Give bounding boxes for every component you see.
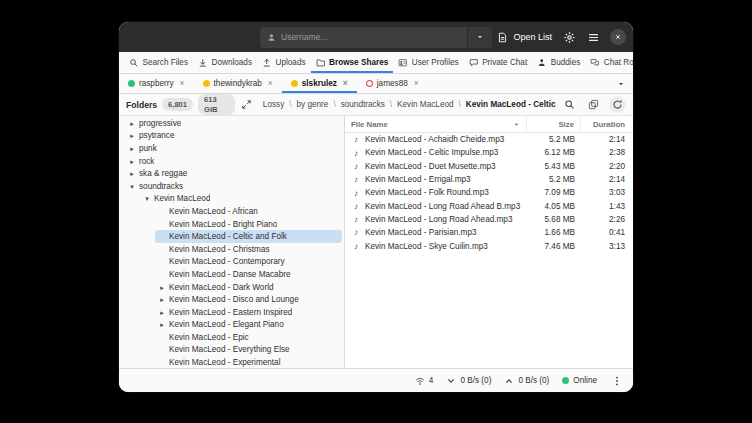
tree-item[interactable]: ▸progressive bbox=[125, 117, 342, 130]
tab-list-button[interactable] bbox=[609, 74, 633, 93]
close-tab-icon[interactable]: × bbox=[180, 79, 185, 88]
folder-actions bbox=[561, 96, 626, 113]
tree-item[interactable]: ▸rock bbox=[125, 155, 342, 168]
upload-rate-indicator[interactable]: 0 B/s (0) bbox=[504, 376, 549, 386]
tree-item[interactable]: Kevin MacLeod - Celtic and Folk bbox=[155, 230, 342, 243]
tab-browse-shares[interactable]: Browse Shares bbox=[311, 52, 394, 73]
tree-item[interactable]: Kevin MacLeod - Christmas bbox=[155, 243, 342, 256]
expander-open-icon[interactable]: ▾ bbox=[125, 183, 139, 190]
user-tab-slskrulez[interactable]: slskrulez× bbox=[282, 74, 357, 93]
close-tab-icon[interactable]: × bbox=[268, 79, 273, 88]
column-header-size[interactable]: Size bbox=[527, 116, 581, 132]
column-header-file-name[interactable]: File Name bbox=[345, 116, 527, 132]
connections-indicator[interactable]: 4 bbox=[415, 376, 434, 386]
tab-search-files[interactable]: Search Files bbox=[124, 52, 193, 73]
preferences-button[interactable] bbox=[562, 30, 576, 44]
tree-item-label: punk bbox=[139, 144, 157, 153]
file-duration: 3:13 bbox=[581, 242, 633, 251]
file-size: 5.2 MB bbox=[527, 175, 581, 184]
file-name: Kevin MacLeod - Parisian.mp3 bbox=[362, 228, 527, 237]
expander-closed-icon[interactable]: ▸ bbox=[125, 145, 139, 152]
breadcrumb-item[interactable]: Lossy bbox=[263, 100, 284, 109]
tree-item[interactable]: Kevin MacLeod - Experimental bbox=[155, 356, 342, 368]
file-duration: 0:41 bbox=[581, 228, 633, 237]
open-list-button[interactable]: Open List bbox=[497, 32, 552, 43]
user-tab-raspberry[interactable]: raspberry× bbox=[119, 74, 194, 93]
file-row[interactable]: ♪Kevin MacLeod - Celtic Impulse.mp36.12 … bbox=[345, 146, 633, 159]
tree-item[interactable]: Kevin MacLeod - African bbox=[155, 205, 342, 218]
refresh-button[interactable] bbox=[609, 96, 626, 113]
expander-closed-icon[interactable]: ▸ bbox=[125, 170, 139, 177]
close-tab-icon[interactable]: × bbox=[414, 79, 419, 88]
close-button[interactable] bbox=[610, 29, 626, 45]
main-tab-bar: Search FilesDownloadsUploadsBrowse Share… bbox=[119, 52, 633, 74]
expander-closed-icon[interactable]: ▸ bbox=[155, 284, 169, 291]
tree-item-label: Kevin MacLeod - Epic bbox=[169, 333, 249, 342]
breadcrumb-separator: \ bbox=[289, 100, 291, 109]
tree-item[interactable]: ▸punk bbox=[125, 142, 342, 155]
file-name: Kevin MacLeod - Long Road Ahead.mp3 bbox=[362, 215, 527, 224]
tab-buddies[interactable]: Buddies bbox=[532, 52, 585, 73]
profile-icon bbox=[398, 58, 408, 68]
online-status[interactable]: Online bbox=[562, 376, 597, 385]
expander-closed-icon[interactable]: ▸ bbox=[125, 120, 139, 127]
tree-item[interactable]: ▾Kevin MacLeod bbox=[140, 193, 342, 206]
file-row[interactable]: ♪Kevin MacLeod - Long Road Ahead.mp35.68… bbox=[345, 213, 633, 226]
tree-item[interactable]: Kevin MacLeod - Epic bbox=[155, 331, 342, 344]
sort-caret-icon bbox=[513, 121, 520, 128]
tab-chat-rooms[interactable]: Chat Rooms bbox=[585, 52, 633, 73]
tree-item[interactable]: ▸Kevin MacLeod - Eastern Inspired bbox=[155, 306, 342, 319]
username-entry[interactable] bbox=[260, 27, 467, 48]
menu-button[interactable] bbox=[586, 30, 600, 44]
tree-item-label: Kevin MacLeod - Disco and Lounge bbox=[169, 295, 299, 304]
username-input[interactable] bbox=[281, 32, 460, 42]
username-dropdown-button[interactable] bbox=[467, 27, 492, 48]
tree-item[interactable]: Kevin MacLeod - Contemporary bbox=[155, 256, 342, 269]
breadcrumb-item[interactable]: soundtracks bbox=[341, 100, 385, 109]
breadcrumb-separator: \ bbox=[333, 100, 335, 109]
file-size: 7.46 MB bbox=[527, 242, 581, 251]
tree-item[interactable]: Kevin MacLeod - Danse Macabre bbox=[155, 268, 342, 281]
tree-item[interactable]: ▾soundtracks bbox=[125, 180, 342, 193]
breadcrumb-current-folder[interactable]: Kevin MacLeod - Celtic and Folk▾ bbox=[466, 100, 556, 109]
expander-closed-icon[interactable]: ▸ bbox=[155, 309, 169, 316]
file-row[interactable]: ♪Kevin MacLeod - Long Road Ahead B.mp34.… bbox=[345, 199, 633, 212]
file-row[interactable]: ♪Kevin MacLeod - Skye Cuilin.mp37.46 MB3… bbox=[345, 239, 633, 252]
expander-open-icon[interactable]: ▾ bbox=[140, 195, 154, 202]
breadcrumb-item[interactable]: by genre bbox=[297, 100, 329, 109]
close-tab-icon[interactable]: × bbox=[343, 79, 348, 88]
tree-item-label: Kevin MacLeod - Everything Else bbox=[169, 345, 290, 354]
file-row[interactable]: ♪Kevin MacLeod - Duet Musette.mp35.43 MB… bbox=[345, 160, 633, 173]
tree-item[interactable]: ▸Kevin MacLeod - Disco and Lounge bbox=[155, 293, 342, 306]
tab-uploads[interactable]: Uploads bbox=[257, 52, 311, 73]
user-tab-thewindykrab[interactable]: thewindykrab× bbox=[194, 74, 282, 93]
tree-item[interactable]: Kevin MacLeod - Bright Piano bbox=[155, 218, 342, 231]
tree-item[interactable]: ▸Kevin MacLeod - Elegant Piano bbox=[155, 319, 342, 332]
breadcrumb-item[interactable]: Kevin MacLeod bbox=[397, 100, 453, 109]
tab-private-chat[interactable]: Private Chat bbox=[464, 52, 533, 73]
user-tab-james88[interactable]: james88× bbox=[357, 74, 428, 93]
download-icon bbox=[198, 58, 208, 68]
file-row[interactable]: ♪Kevin MacLeod - Achaidh Cheide.mp35.2 M… bbox=[345, 133, 633, 146]
expander-closed-icon[interactable]: ▸ bbox=[155, 321, 169, 328]
expander-closed-icon[interactable]: ▸ bbox=[125, 158, 139, 165]
expander-closed-icon[interactable]: ▸ bbox=[125, 132, 139, 139]
file-row[interactable]: ♪Kevin MacLeod - Folk Round.mp37.09 MB3:… bbox=[345, 186, 633, 199]
column-label: Size bbox=[558, 120, 574, 129]
file-row[interactable]: ♪Kevin MacLeod - Parisian.mp31.66 MB0:41 bbox=[345, 226, 633, 239]
expander-closed-icon[interactable]: ▸ bbox=[155, 296, 169, 303]
file-row[interactable]: ♪Kevin MacLeod - Errigal.mp35.2 MB2:14 bbox=[345, 173, 633, 186]
kebab-icon bbox=[611, 375, 623, 387]
tree-item[interactable]: ▸ska & reggae bbox=[125, 167, 342, 180]
tree-item[interactable]: Kevin MacLeod - Everything Else bbox=[155, 344, 342, 357]
tab-downloads[interactable]: Downloads bbox=[193, 52, 257, 73]
tree-item[interactable]: ▸psytrance bbox=[125, 130, 342, 143]
tree-item[interactable]: ▸Kevin MacLeod - Dark World bbox=[155, 281, 342, 294]
column-header-duration[interactable]: Duration bbox=[581, 116, 633, 132]
search-folder-button[interactable] bbox=[561, 97, 577, 113]
save-list-button[interactable] bbox=[585, 97, 601, 113]
kebab-menu-button[interactable] bbox=[610, 374, 624, 388]
tab-user-profiles[interactable]: User Profiles bbox=[393, 52, 463, 73]
download-rate-indicator[interactable]: 0 B/s (0) bbox=[446, 376, 491, 386]
expand-all-button[interactable] bbox=[240, 97, 254, 113]
